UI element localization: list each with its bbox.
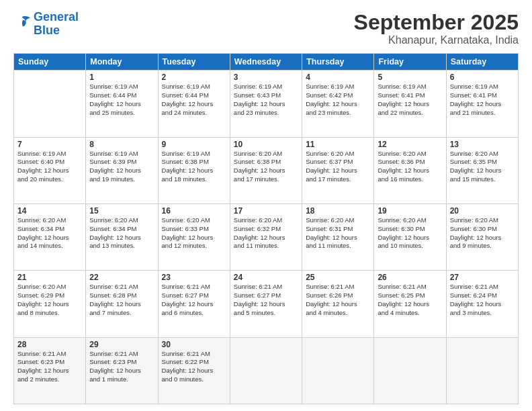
- calendar-cell: 23Sunrise: 6:21 AMSunset: 6:27 PMDayligh…: [158, 271, 230, 337]
- day-info: Sunrise: 6:20 AMSunset: 6:30 PMDaylight:…: [378, 216, 442, 250]
- weekday-header-cell: Tuesday: [158, 54, 230, 71]
- weekday-header-cell: Saturday: [446, 54, 518, 71]
- title-block: September 2025 Khanapur, Karnataka, Indi…: [354, 11, 519, 46]
- page-title: September 2025: [354, 11, 519, 34]
- day-number: 13: [450, 140, 515, 149]
- weekday-header-cell: Sunday: [14, 54, 86, 71]
- day-number: 20: [450, 206, 515, 216]
- calendar-cell: 25Sunrise: 6:21 AMSunset: 6:26 PMDayligh…: [302, 271, 374, 337]
- day-number: 29: [89, 340, 154, 349]
- calendar-cell: 18Sunrise: 6:20 AMSunset: 6:31 PMDayligh…: [302, 203, 374, 270]
- calendar-cell: 30Sunrise: 6:21 AMSunset: 6:22 PMDayligh…: [158, 337, 230, 404]
- calendar-cell: 12Sunrise: 6:20 AMSunset: 6:36 PMDayligh…: [374, 137, 446, 203]
- day-info: Sunrise: 6:21 AMSunset: 6:22 PMDaylight:…: [162, 350, 226, 384]
- day-number: 30: [162, 340, 226, 349]
- logo-line2: Blue: [34, 24, 60, 37]
- calendar-cell: 21Sunrise: 6:20 AMSunset: 6:29 PMDayligh…: [14, 271, 86, 337]
- day-number: 18: [306, 206, 370, 216]
- logo: General Blue: [13, 11, 79, 38]
- day-info: Sunrise: 6:20 AMSunset: 6:34 PMDaylight:…: [89, 216, 154, 250]
- day-number: 8: [89, 140, 154, 149]
- weekday-header-cell: Thursday: [302, 54, 374, 71]
- day-info: Sunrise: 6:20 AMSunset: 6:33 PMDaylight:…: [162, 216, 226, 250]
- calendar-cell: 3Sunrise: 6:19 AMSunset: 6:43 PMDaylight…: [230, 71, 302, 137]
- calendar-cell: 10Sunrise: 6:20 AMSunset: 6:38 PMDayligh…: [230, 137, 302, 203]
- day-info: Sunrise: 6:20 AMSunset: 6:30 PMDaylight:…: [450, 216, 515, 250]
- day-number: 12: [378, 140, 442, 149]
- day-info: Sunrise: 6:21 AMSunset: 6:26 PMDaylight:…: [306, 283, 370, 317]
- day-number: 24: [234, 273, 298, 282]
- weekday-header-cell: Wednesday: [230, 54, 302, 71]
- day-info: Sunrise: 6:20 AMSunset: 6:32 PMDaylight:…: [234, 216, 298, 250]
- day-info: Sunrise: 6:19 AMSunset: 6:44 PMDaylight:…: [89, 83, 154, 117]
- day-info: Sunrise: 6:19 AMSunset: 6:39 PMDaylight:…: [89, 150, 154, 184]
- day-number: 27: [450, 273, 515, 282]
- logo-line1: General: [34, 10, 79, 24]
- day-info: Sunrise: 6:20 AMSunset: 6:34 PMDaylight:…: [17, 216, 82, 250]
- day-info: Sunrise: 6:19 AMSunset: 6:44 PMDaylight:…: [162, 83, 226, 117]
- day-number: 17: [234, 206, 298, 216]
- day-info: Sunrise: 6:19 AMSunset: 6:42 PMDaylight:…: [306, 83, 370, 117]
- calendar-cell: [374, 337, 446, 404]
- day-number: 4: [306, 73, 370, 82]
- weekday-header-row: SundayMondayTuesdayWednesdayThursdayFrid…: [14, 54, 519, 71]
- day-info: Sunrise: 6:19 AMSunset: 6:43 PMDaylight:…: [234, 83, 298, 117]
- page-subtitle: Khanapur, Karnataka, India: [354, 34, 519, 46]
- calendar-cell: 19Sunrise: 6:20 AMSunset: 6:30 PMDayligh…: [374, 203, 446, 270]
- day-number: 11: [306, 140, 370, 149]
- calendar-cell: 13Sunrise: 6:20 AMSunset: 6:35 PMDayligh…: [446, 137, 518, 203]
- day-number: 10: [234, 140, 298, 149]
- calendar-cell: 7Sunrise: 6:19 AMSunset: 6:40 PMDaylight…: [14, 137, 86, 203]
- day-info: Sunrise: 6:21 AMSunset: 6:28 PMDaylight:…: [89, 283, 154, 317]
- day-number: 28: [17, 340, 82, 349]
- calendar-week-row: 7Sunrise: 6:19 AMSunset: 6:40 PMDaylight…: [14, 137, 519, 203]
- day-info: Sunrise: 6:19 AMSunset: 6:41 PMDaylight:…: [378, 83, 442, 117]
- calendar-cell: [14, 71, 86, 137]
- day-info: Sunrise: 6:20 AMSunset: 6:37 PMDaylight:…: [306, 150, 370, 184]
- logo-bird-icon: [13, 13, 32, 32]
- calendar-cell: 5Sunrise: 6:19 AMSunset: 6:41 PMDaylight…: [374, 71, 446, 137]
- day-number: 3: [234, 73, 298, 82]
- day-info: Sunrise: 6:21 AMSunset: 6:23 PMDaylight:…: [17, 350, 82, 384]
- calendar-cell: 2Sunrise: 6:19 AMSunset: 6:44 PMDaylight…: [158, 71, 230, 137]
- calendar-cell: 1Sunrise: 6:19 AMSunset: 6:44 PMDaylight…: [86, 71, 158, 137]
- day-number: 19: [378, 206, 442, 216]
- calendar-cell: 20Sunrise: 6:20 AMSunset: 6:30 PMDayligh…: [446, 203, 518, 270]
- day-info: Sunrise: 6:21 AMSunset: 6:27 PMDaylight:…: [234, 283, 298, 317]
- calendar: SundayMondayTuesdayWednesdayThursdayFrid…: [13, 53, 519, 404]
- calendar-cell: 9Sunrise: 6:19 AMSunset: 6:38 PMDaylight…: [158, 137, 230, 203]
- calendar-cell: 28Sunrise: 6:21 AMSunset: 6:23 PMDayligh…: [14, 337, 86, 404]
- day-number: 26: [378, 273, 442, 282]
- page: General Blue September 2025 Khanapur, Ka…: [0, 0, 532, 411]
- day-number: 14: [17, 206, 82, 216]
- calendar-cell: [446, 337, 518, 404]
- day-info: Sunrise: 6:21 AMSunset: 6:25 PMDaylight:…: [378, 283, 442, 317]
- day-info: Sunrise: 6:19 AMSunset: 6:41 PMDaylight:…: [450, 83, 515, 117]
- day-info: Sunrise: 6:19 AMSunset: 6:40 PMDaylight:…: [17, 150, 82, 184]
- calendar-week-row: 28Sunrise: 6:21 AMSunset: 6:23 PMDayligh…: [14, 337, 519, 404]
- day-info: Sunrise: 6:20 AMSunset: 6:38 PMDaylight:…: [234, 150, 298, 184]
- calendar-body: 1Sunrise: 6:19 AMSunset: 6:44 PMDaylight…: [14, 71, 519, 404]
- weekday-header-cell: Monday: [86, 54, 158, 71]
- calendar-cell: 6Sunrise: 6:19 AMSunset: 6:41 PMDaylight…: [446, 71, 518, 137]
- day-number: 15: [89, 206, 154, 216]
- day-number: 2: [162, 73, 226, 82]
- day-number: 9: [162, 140, 226, 149]
- calendar-cell: [230, 337, 302, 404]
- day-info: Sunrise: 6:21 AMSunset: 6:27 PMDaylight:…: [162, 283, 226, 317]
- day-info: Sunrise: 6:20 AMSunset: 6:31 PMDaylight:…: [306, 216, 370, 250]
- calendar-cell: 26Sunrise: 6:21 AMSunset: 6:25 PMDayligh…: [374, 271, 446, 337]
- calendar-cell: 15Sunrise: 6:20 AMSunset: 6:34 PMDayligh…: [86, 203, 158, 270]
- day-number: 22: [89, 273, 154, 282]
- day-info: Sunrise: 6:21 AMSunset: 6:24 PMDaylight:…: [450, 283, 515, 317]
- day-number: 16: [162, 206, 226, 216]
- calendar-week-row: 14Sunrise: 6:20 AMSunset: 6:34 PMDayligh…: [14, 203, 519, 270]
- day-number: 1: [89, 73, 154, 82]
- day-info: Sunrise: 6:20 AMSunset: 6:35 PMDaylight:…: [450, 150, 515, 184]
- weekday-header-cell: Friday: [374, 54, 446, 71]
- calendar-week-row: 1Sunrise: 6:19 AMSunset: 6:44 PMDaylight…: [14, 71, 519, 137]
- day-info: Sunrise: 6:20 AMSunset: 6:29 PMDaylight:…: [17, 283, 82, 317]
- calendar-cell: 22Sunrise: 6:21 AMSunset: 6:28 PMDayligh…: [86, 271, 158, 337]
- calendar-cell: 11Sunrise: 6:20 AMSunset: 6:37 PMDayligh…: [302, 137, 374, 203]
- header: General Blue September 2025 Khanapur, Ka…: [13, 11, 519, 46]
